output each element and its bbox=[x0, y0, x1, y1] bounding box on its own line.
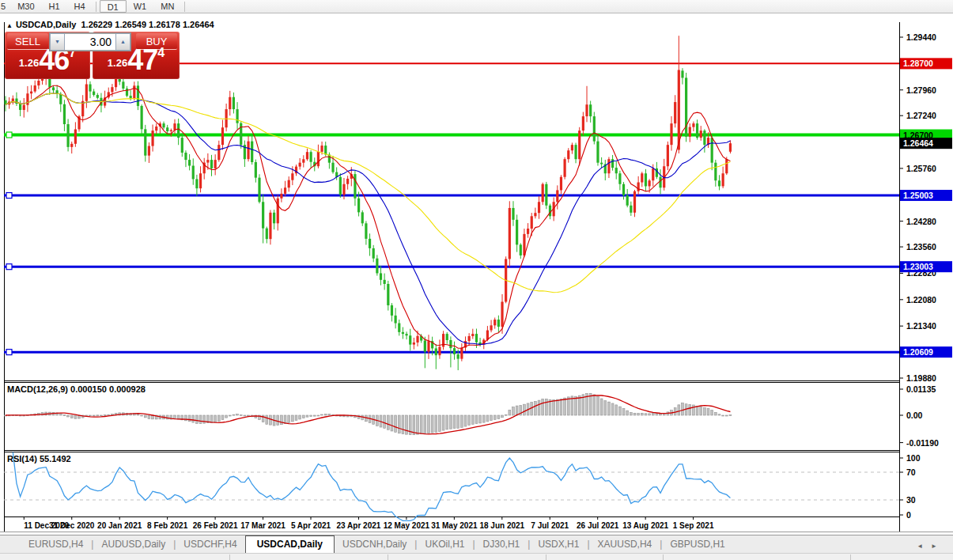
collapse-panel-icon[interactable]: ▲ bbox=[6, 22, 13, 29]
svg-text:1.29440: 1.29440 bbox=[906, 32, 936, 42]
chart-tab-usdchf[interactable]: USDCHF,H4 bbox=[176, 536, 244, 553]
price-axis-labels: 1.294401.279601.272401.257601.242801.235… bbox=[899, 32, 936, 383]
timeframe-button-w1[interactable]: W1 bbox=[127, 0, 154, 13]
buy-price-pip: 4 bbox=[157, 46, 165, 59]
svg-text:8 Feb 2021: 8 Feb 2021 bbox=[147, 521, 188, 530]
chart-area[interactable]: 0.011350.00-0.01190 10070300 1.294401.27… bbox=[0, 0, 953, 560]
terminal-window: 0.011350.00-0.01190 10070300 1.294401.27… bbox=[0, 0, 953, 560]
timeframe-button-m30[interactable]: M30 bbox=[10, 0, 41, 13]
moving-average-lines bbox=[6, 85, 730, 348]
chart-tab-xauusd[interactable]: XAUUSD,H4 bbox=[590, 536, 660, 553]
svg-text:13 Aug 2021: 13 Aug 2021 bbox=[622, 521, 668, 530]
svg-text:7 Jul 2021: 7 Jul 2021 bbox=[531, 521, 569, 530]
svg-text:23 Apr 2021: 23 Apr 2021 bbox=[337, 521, 381, 530]
svg-text:0.01135: 0.01135 bbox=[906, 384, 936, 394]
volume-decrease-button[interactable]: ▼ bbox=[50, 33, 65, 51]
svg-text:0: 0 bbox=[906, 510, 911, 520]
svg-text:17 Mar 2021: 17 Mar 2021 bbox=[240, 521, 286, 530]
volume-control: ▼ ▲ bbox=[49, 32, 131, 51]
sell-price-prefix: 1.26 bbox=[19, 57, 39, 69]
svg-text:1.23003: 1.23003 bbox=[903, 262, 933, 271]
one-click-trading-panel: SELL BUY ▼ ▲ 1.26467 1.26474 bbox=[5, 32, 180, 79]
timeframe-button-h4[interactable]: H4 bbox=[67, 0, 93, 13]
volume-input[interactable] bbox=[65, 33, 115, 51]
chart-tab-usdcnh[interactable]: USDCNH,Daily bbox=[335, 536, 414, 553]
buy-price-prefix: 1.26 bbox=[108, 57, 127, 69]
chart-tab-dj30[interactable]: DJ30,H1 bbox=[475, 536, 528, 553]
svg-text:18 Jun 2021: 18 Jun 2021 bbox=[479, 521, 524, 530]
svg-text:1.22080: 1.22080 bbox=[906, 295, 936, 305]
chart-symbol: USDCAD,Daily bbox=[16, 20, 76, 29]
tab-scroll-right-icon[interactable]: ► bbox=[931, 543, 945, 550]
svg-text:1.23560: 1.23560 bbox=[906, 242, 936, 252]
svg-text:1.24280: 1.24280 bbox=[906, 217, 936, 226]
rsi-pane: 10070300 bbox=[4, 452, 921, 521]
svg-text:1.20609: 1.20609 bbox=[903, 347, 933, 357]
timeframe-toolbar: 5M30H1H4D1W1MN bbox=[0, 0, 953, 13]
svg-text:-0.01190: -0.01190 bbox=[906, 438, 939, 448]
price-level-badges: 1.287001.267001.250031.230031.206091.264… bbox=[900, 58, 952, 358]
svg-text:31 May 2021: 31 May 2021 bbox=[431, 521, 478, 530]
candlesticks bbox=[4, 36, 732, 370]
svg-text:1.21340: 1.21340 bbox=[906, 321, 936, 331]
timeframe-button-5[interactable]: 5 bbox=[0, 0, 10, 13]
status-bar bbox=[0, 553, 953, 560]
svg-text:26 Feb 2021: 26 Feb 2021 bbox=[193, 521, 238, 530]
chart-tab-usdx[interactable]: USDX,H1 bbox=[530, 536, 587, 553]
volume-increase-button[interactable]: ▲ bbox=[115, 33, 130, 51]
svg-text:5 Apr 2021: 5 Apr 2021 bbox=[291, 521, 331, 530]
timeframe-button-h1[interactable]: H1 bbox=[42, 0, 67, 13]
svg-text:1.27240: 1.27240 bbox=[906, 111, 936, 120]
svg-text:1.27960: 1.27960 bbox=[906, 85, 936, 95]
macd-label: MACD(12,26,9) 0.000150 0.000928 bbox=[7, 384, 146, 394]
chart-tab-audusd[interactable]: AUDUSD,Daily bbox=[93, 536, 173, 553]
date-axis-labels: 11 Dec 202031 Dec 202020 Jan 20218 Feb 2… bbox=[24, 516, 714, 530]
svg-text:26 Jul 2021: 26 Jul 2021 bbox=[577, 521, 619, 530]
spin-up-icon: ▲ bbox=[120, 39, 126, 44]
tab-scroll-left-icon[interactable]: ◄ bbox=[917, 543, 931, 550]
svg-text:31 Dec 2020: 31 Dec 2020 bbox=[49, 521, 95, 530]
svg-text:70: 70 bbox=[906, 467, 916, 477]
svg-text:1.19880: 1.19880 bbox=[906, 373, 936, 383]
svg-text:1.25760: 1.25760 bbox=[906, 164, 936, 173]
chart-ohlc-values: 1.26229 1.26549 1.26178 1.26464 bbox=[81, 20, 214, 29]
rsi-label: RSI(14) 55.1492 bbox=[7, 454, 71, 464]
chart-tab-ukoil[interactable]: UKOil,H1 bbox=[417, 536, 472, 553]
svg-text:100: 100 bbox=[906, 453, 921, 463]
svg-text:12 May 2021: 12 May 2021 bbox=[384, 521, 430, 530]
buy-price-big: 47 bbox=[127, 44, 157, 76]
svg-text:0.00: 0.00 bbox=[906, 411, 923, 420]
toolbar-separator bbox=[96, 2, 96, 12]
toolbar-separator bbox=[184, 2, 185, 12]
chart-tab-bar: EURUSD,H4|AUDUSD,Daily|USDCHF,H4USDCAD,D… bbox=[0, 535, 953, 553]
spin-down-icon: ▼ bbox=[55, 39, 60, 44]
svg-text:1.28700: 1.28700 bbox=[903, 59, 933, 68]
chart-tab-gbpusd[interactable]: GBPUSD,H1 bbox=[662, 536, 732, 553]
svg-text:20 Jan 2021: 20 Jan 2021 bbox=[97, 521, 142, 530]
chart-tab-eurusd[interactable]: EURUSD,H4 bbox=[21, 536, 91, 553]
timeframe-button-d1[interactable]: D1 bbox=[100, 0, 127, 13]
svg-text:1.26464: 1.26464 bbox=[903, 138, 933, 148]
svg-text:30: 30 bbox=[906, 495, 916, 505]
chart-tab-usdcad[interactable]: USDCAD,Daily bbox=[245, 535, 335, 554]
svg-text:1.25003: 1.25003 bbox=[903, 191, 933, 200]
timeframe-button-mn[interactable]: MN bbox=[153, 0, 181, 13]
chart-title: ▲USDCAD,Daily 1.26229 1.26549 1.26178 1.… bbox=[6, 20, 214, 29]
svg-text:1 Sep 2021: 1 Sep 2021 bbox=[673, 521, 714, 530]
